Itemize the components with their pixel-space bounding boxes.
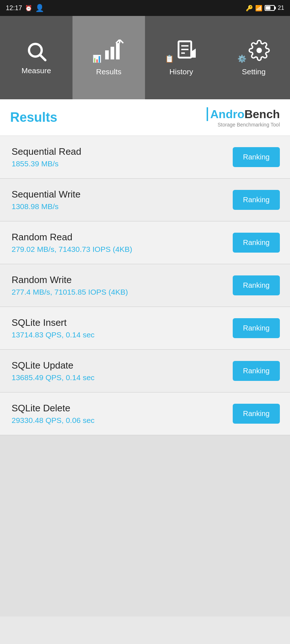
brand-name: AndroBench <box>210 108 280 121</box>
tab-measure-label: Measure <box>21 66 51 75</box>
brand-name-container: AndroBench <box>207 107 280 121</box>
svg-rect-2 <box>105 50 109 59</box>
results-header: Results AndroBench Storage Benchmarking … <box>0 99 290 136</box>
tab-setting-label: Setting <box>242 67 265 76</box>
result-name-sqlite-insert: SQLite Insert <box>12 317 233 328</box>
tab-setting[interactable]: Setting <box>218 16 290 99</box>
page-title: Results <box>10 110 57 125</box>
svg-line-1 <box>40 55 45 60</box>
svg-rect-3 <box>111 47 114 59</box>
result-info-sqlite-insert: SQLite Insert 13714.83 QPS, 0.14 sec <box>12 317 233 339</box>
ranking-button-sqlite-delete[interactable]: Ranking <box>233 404 280 424</box>
result-name-sequential-write: Sequential Write <box>12 189 233 200</box>
status-time-area: 12:17 ⏰ 👤 <box>6 4 44 12</box>
result-name-random-read: Random Read <box>12 232 233 243</box>
result-value-random-write: 277.4 MB/s, 71015.85 IOPS (4KB) <box>12 288 233 296</box>
result-item-sqlite-delete: SQLite Delete 29330.48 QPS, 0.06 sec Ran… <box>0 392 290 435</box>
settings-icon <box>237 40 270 63</box>
tab-measure[interactable]: Measure <box>0 16 72 99</box>
battery-box <box>265 5 275 11</box>
tab-results[interactable]: Results <box>72 16 145 99</box>
result-name-random-write: Random Write <box>12 274 233 286</box>
status-bar: 12:17 ⏰ 👤 🔑 📶 21 <box>0 0 290 16</box>
vpn-icon: 🔑 <box>246 5 253 12</box>
brand-divider <box>207 107 208 121</box>
battery-percent: 21 <box>278 5 284 11</box>
avatar-icon: 👤 <box>35 4 44 12</box>
svg-point-11 <box>257 47 262 53</box>
battery-indicator: 21 <box>265 5 284 11</box>
result-value-sqlite-insert: 13714.83 QPS, 0.14 sec <box>12 331 233 339</box>
result-item-sqlite-insert: SQLite Insert 13714.83 QPS, 0.14 sec Ran… <box>0 307 290 350</box>
ranking-button-sequential-read[interactable]: Ranking <box>233 147 280 167</box>
result-info-random-write: Random Write 277.4 MB/s, 71015.85 IOPS (… <box>12 274 233 296</box>
ranking-button-sqlite-insert[interactable]: Ranking <box>233 318 280 338</box>
result-item-sequential-write: Sequential Write 1308.98 MB/s Ranking <box>0 179 290 221</box>
result-name-sqlite-delete: SQLite Delete <box>12 403 233 414</box>
results-icon <box>92 40 125 63</box>
status-time: 12:17 <box>6 4 22 12</box>
bottom-empty-area <box>0 435 290 616</box>
brand-logo: AndroBench Storage Benchmarking Tool <box>207 107 280 128</box>
measure-icon <box>25 40 47 62</box>
tab-results-label: Results <box>96 67 121 76</box>
result-info-sqlite-update: SQLite Update 13685.49 QPS, 0.14 sec <box>12 360 233 382</box>
result-name-sequential-read: Sequential Read <box>12 146 233 157</box>
history-icon <box>165 40 198 63</box>
result-item-random-write: Random Write 277.4 MB/s, 71015.85 IOPS (… <box>0 264 290 307</box>
result-item-sqlite-update: SQLite Update 13685.49 QPS, 0.14 sec Ran… <box>0 350 290 392</box>
brand-subtitle: Storage Benchmarking Tool <box>218 122 280 128</box>
signal-icon: 📶 <box>255 5 262 12</box>
result-value-sqlite-delete: 29330.48 QPS, 0.06 sec <box>12 416 233 425</box>
battery-fill <box>266 6 270 10</box>
result-item-sequential-read: Sequential Read 1855.39 MB/s Ranking <box>0 136 290 179</box>
navigation-tabs: Measure Results History <box>0 16 290 99</box>
result-info-sequential-write: Sequential Write 1308.98 MB/s <box>12 189 233 211</box>
result-name-sqlite-update: SQLite Update <box>12 360 233 371</box>
svg-rect-4 <box>116 43 120 59</box>
status-icons-area: 🔑 📶 21 <box>246 5 284 12</box>
tab-history[interactable]: History <box>145 16 218 99</box>
result-info-sqlite-delete: SQLite Delete 29330.48 QPS, 0.06 sec <box>12 403 233 425</box>
result-info-random-read: Random Read 279.02 MB/s, 71430.73 IOPS (… <box>12 232 233 254</box>
results-list: Sequential Read 1855.39 MB/s Ranking Seq… <box>0 136 290 435</box>
result-value-sequential-read: 1855.39 MB/s <box>12 159 233 168</box>
alarm-icon: ⏰ <box>25 5 32 12</box>
result-info-sequential-read: Sequential Read 1855.39 MB/s <box>12 146 233 168</box>
result-value-sequential-write: 1308.98 MB/s <box>12 202 233 211</box>
ranking-button-sequential-write[interactable]: Ranking <box>233 190 280 210</box>
result-value-sqlite-update: 13685.49 QPS, 0.14 sec <box>12 373 233 382</box>
ranking-button-random-read[interactable]: Ranking <box>233 233 280 253</box>
ranking-button-sqlite-update[interactable]: Ranking <box>233 361 280 381</box>
ranking-button-random-write[interactable]: Ranking <box>233 275 280 295</box>
result-item-random-read: Random Read 279.02 MB/s, 71430.73 IOPS (… <box>0 221 290 264</box>
tab-history-label: History <box>169 67 193 76</box>
result-value-random-read: 279.02 MB/s, 71430.73 IOPS (4KB) <box>12 245 233 254</box>
